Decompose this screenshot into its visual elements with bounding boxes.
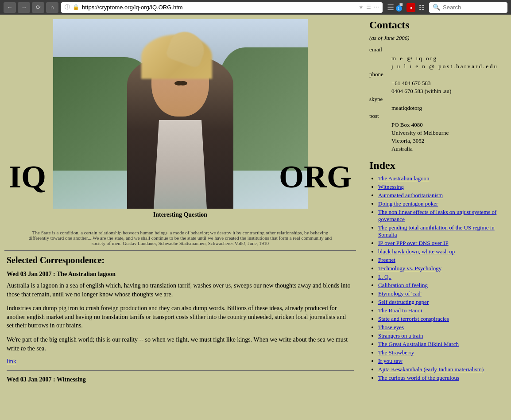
- search-input[interactable]: [443, 4, 511, 11]
- index-link[interactable]: black hawk down, white wash up: [378, 248, 455, 255]
- list-item: The Australian lagoon: [378, 175, 502, 182]
- index-link[interactable]: Etymology of 'cad': [378, 290, 422, 297]
- index-link[interactable]: Those eyes: [378, 324, 404, 331]
- post-value-2: University of Melbourne: [369, 129, 502, 136]
- entry-paragraph-2: Industries can dump pig iron to crush fo…: [7, 304, 354, 330]
- list-item: Doing the pentagon poker: [378, 200, 502, 207]
- index-link[interactable]: The Australian lagoon: [378, 175, 430, 182]
- list-item: Strangers on a train: [378, 332, 502, 339]
- back-button[interactable]: ←: [4, 2, 16, 13]
- index-link[interactable]: State and terrorist conspiracies: [378, 315, 449, 322]
- search-bar-container: 🔍: [429, 2, 507, 13]
- org-text: ORG: [279, 159, 352, 195]
- phone-value-1: +61 404 670 583: [369, 80, 502, 87]
- more-icon: ⋯: [374, 4, 379, 11]
- skype-value: meatiqdotorg: [369, 105, 502, 112]
- iq-text: IQ: [9, 159, 46, 195]
- email-value-1: m e @ iq.org: [369, 55, 502, 62]
- index-link[interactable]: The non linear effects of leaks on unjus…: [378, 209, 496, 222]
- list-item: Etymology of 'cad': [378, 290, 502, 297]
- phone-value-2: 0404 670 583 (within .au): [369, 88, 502, 95]
- list-item: Freenet: [378, 257, 502, 264]
- main-content: IQ ORG Interesting Question The State is…: [0, 15, 360, 420]
- reload-button[interactable]: ⟳: [32, 2, 44, 13]
- page-content: IQ ORG Interesting Question The State is…: [0, 15, 511, 420]
- ublock-icon[interactable]: u: [406, 3, 415, 12]
- menu-icon[interactable]: ☷: [417, 3, 426, 12]
- post-value-4: Australia: [369, 145, 502, 152]
- list-item: black hawk down, white wash up: [378, 248, 502, 255]
- post-value-3: Victoria, 3052: [369, 137, 502, 144]
- list-item: The pending total annihilation of the US…: [378, 224, 502, 238]
- email-spaced-1: m e @ iq.org: [391, 55, 437, 62]
- email-row: email: [369, 46, 502, 53]
- home-button[interactable]: ⌂: [46, 2, 58, 13]
- address-bar-container: ⓘ 🔒 ★ ☰ ⋯: [61, 2, 383, 13]
- index-link[interactable]: If you saw: [378, 358, 403, 364]
- contacts-section: Contacts (as of June 2006) email m e @ i…: [369, 19, 502, 152]
- entry-paragraph-1: Australia is a lagoon in a sea of englis…: [7, 281, 354, 299]
- main-portrait-image: [53, 19, 308, 209]
- post-row: post: [369, 113, 502, 120]
- list-item: State and terrorist conspiracies: [378, 315, 502, 323]
- index-link[interactable]: The Great Australian Bikini March: [378, 341, 459, 347]
- quote-text: The State is a condition, a certain rela…: [29, 230, 332, 246]
- address-bar[interactable]: [82, 4, 356, 11]
- index-link[interactable]: The Strawberry: [378, 349, 414, 356]
- index-link[interactable]: Automated authoritarianism: [378, 192, 443, 198]
- header-section: IQ ORG Interesting Question: [0, 15, 360, 221]
- index-link[interactable]: IP over PPP over DNS over IP: [378, 240, 449, 246]
- entry-paragraph-3: We're part of the big english world; thi…: [7, 335, 354, 353]
- index-link[interactable]: Doing the pentagon poker: [378, 200, 438, 207]
- list-item: Technology vs. Psychology: [378, 265, 502, 272]
- list-item: Witnessing: [378, 183, 502, 191]
- index-section: Index The Australian lagoonWitnessingAut…: [369, 159, 502, 381]
- entry-header-1: Wed 03 Jan 2007 : The Australian lagoon: [7, 271, 354, 278]
- body-content: Selected Correspondence: Wed 03 Jan 2007…: [0, 251, 360, 391]
- list-item: I.. Q..: [378, 273, 502, 280]
- bookmark-icon: ★: [359, 4, 364, 11]
- skype-label: skype: [369, 96, 391, 103]
- entry-header-2: Wed 03 Jan 2007 : Witnessing: [7, 376, 354, 383]
- list-item: Those eyes: [378, 324, 502, 331]
- post-value-1: PO Box 4080: [369, 121, 502, 128]
- list-item: The Great Australian Bikini March: [378, 341, 502, 348]
- index-link[interactable]: The pending total annihilation of the US…: [378, 224, 495, 238]
- phone-row: phone: [369, 71, 502, 78]
- quote-section: The State is a condition, a certain rela…: [4, 221, 356, 251]
- index-title: Index: [369, 159, 502, 171]
- contacts-date: June 2006: [384, 35, 408, 41]
- list-item: Ajita Kesakambala (early Indian material…: [378, 366, 502, 373]
- list-item: The Strawberry: [378, 349, 502, 356]
- index-link[interactable]: The curious world of the querulous: [378, 374, 459, 381]
- image-caption: Interesting Question: [4, 209, 356, 221]
- email-value-2: j u l i e n @ post.harvard.edu: [369, 63, 502, 70]
- list-item: The curious world of the querulous: [378, 374, 502, 381]
- index-link[interactable]: Strangers on a train: [378, 332, 423, 339]
- list-item: The Road to Hanoi: [378, 307, 502, 314]
- index-link[interactable]: Self destructing paper: [378, 299, 429, 305]
- nav-buttons: ← → ⟳ ⌂: [4, 2, 58, 13]
- list-item: Self destructing paper: [378, 299, 502, 306]
- phone-label: phone: [369, 71, 391, 78]
- entry-link-1[interactable]: link: [7, 358, 16, 365]
- browser-icons: ☰ ■ 1 u ☷: [385, 0, 426, 15]
- divider-1: [7, 370, 354, 371]
- sidebar: Contacts (as of June 2006) email m e @ i…: [360, 15, 511, 420]
- index-link[interactable]: Technology vs. Psychology: [378, 265, 441, 272]
- extension-badge: 1: [396, 5, 402, 12]
- index-link[interactable]: Witnessing: [378, 183, 404, 190]
- shelves-icon[interactable]: ☰: [385, 2, 396, 13]
- list-item: Calibration of feeling: [378, 282, 502, 289]
- index-link[interactable]: I.. Q..: [378, 273, 391, 280]
- index-link[interactable]: Calibration of feeling: [378, 282, 428, 288]
- contacts-note: (as of June 2006): [369, 35, 502, 42]
- email-spaced-2: j u l i e n @ post.harvard.edu: [391, 63, 498, 70]
- contacts-title: Contacts: [369, 19, 502, 31]
- forward-button[interactable]: →: [18, 2, 30, 13]
- list-item: If you saw: [378, 358, 502, 365]
- index-link[interactable]: Ajita Kesakambala (early Indian material…: [378, 366, 484, 373]
- index-link[interactable]: Freenet: [378, 257, 395, 263]
- skype-row: skype: [369, 96, 502, 103]
- index-link[interactable]: The Road to Hanoi: [378, 307, 422, 314]
